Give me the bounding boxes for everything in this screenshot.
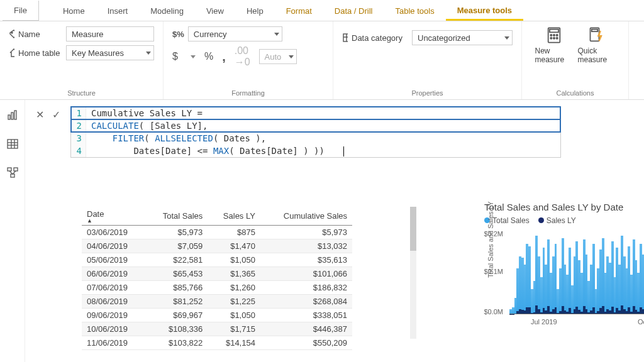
- decimals-icon[interactable]: .00→0: [235, 45, 250, 68]
- quick-measure-icon: [588, 26, 606, 44]
- main-area: ✕ ✓ 1Cumulative Sales LY = 2CALCULATE( […: [0, 100, 644, 362]
- name-label: Name: [18, 30, 62, 39]
- group-label-structure: Structure: [9, 87, 154, 98]
- table-row[interactable]: 08/06/2019$81,252$1,225$268,084: [82, 295, 352, 309]
- svg-point-10: [553, 38, 554, 39]
- chevron-down-icon: [146, 52, 151, 55]
- col-sales-ly[interactable]: Sales LY: [208, 207, 260, 226]
- table-visual[interactable]: Date▲ Total Sales Sales LY Cumulative Sa…: [82, 207, 352, 350]
- chart-plot: Total Sales and Sales LY $0.2M $0.1M $0.…: [506, 228, 644, 328]
- col-total-sales[interactable]: Total Sales: [145, 207, 208, 226]
- svg-point-7: [553, 35, 554, 36]
- home-table-label: Home table: [18, 48, 62, 58]
- tag-icon: [9, 29, 14, 39]
- table-row[interactable]: 11/06/2019$103,822$14,154$550,209: [82, 336, 352, 350]
- quick-measure-button[interactable]: Quick measure: [578, 26, 616, 64]
- top-menu: File Home Insert Modeling View Help Form…: [0, 0, 644, 21]
- calculator-icon: [545, 26, 563, 44]
- decimals-input[interactable]: Auto: [259, 49, 297, 64]
- ribbon-group-structure: Name Measure Home table Key Measures Str…: [0, 21, 164, 99]
- svg-point-11: [556, 38, 557, 39]
- chart-title: Total Sales and Sales LY by Date: [484, 202, 644, 212]
- svg-rect-13: [591, 30, 597, 32]
- home-table-select[interactable]: Key Measures: [66, 45, 154, 60]
- ribbon-group-formatting: $% Currency $ % , .00→0 Auto Formatting: [164, 21, 333, 99]
- chevron-down-icon: [289, 55, 294, 58]
- new-measure-button[interactable]: New measure: [535, 26, 573, 64]
- data-category-select[interactable]: Uncategorized: [412, 30, 513, 45]
- table-row[interactable]: 06/06/2019$65,453$1,365$101,066: [82, 267, 352, 281]
- ribbon-group-calculations: New measure Quick measure Calculations: [522, 21, 629, 99]
- ytick: $0.1M: [484, 268, 503, 275]
- currency-button[interactable]: $: [172, 51, 178, 62]
- svg-point-0: [11, 32, 13, 33]
- scrollbar-thumb[interactable]: [410, 207, 416, 251]
- tab-modeling[interactable]: Modeling: [139, 1, 195, 19]
- tab-format[interactable]: Format: [275, 1, 323, 19]
- group-label-calculations: Calculations: [531, 87, 619, 98]
- tab-file[interactable]: File: [3, 1, 39, 21]
- table-row[interactable]: 09/06/2019$69,967$1,050$338,051: [82, 309, 352, 322]
- svg-point-9: [550, 38, 552, 39]
- table-row[interactable]: 10/06/2019$108,336$1,715$446,387: [82, 322, 352, 336]
- chevron-down-icon: [274, 33, 279, 36]
- svg-line-25: [9, 171, 13, 174]
- legend-dot-ly: [538, 217, 544, 223]
- svg-rect-5: [550, 30, 558, 33]
- tab-view[interactable]: View: [195, 1, 235, 19]
- formula-bar: ✕ ✓ 1Cumulative Sales LY = 2CALCULATE( […: [25, 106, 644, 158]
- text-cursor-icon: [343, 146, 344, 156]
- xtick: Jul 2019: [531, 318, 557, 326]
- cancel-formula-button[interactable]: ✕: [31, 106, 48, 123]
- tab-table-tools[interactable]: Table tools: [384, 1, 445, 19]
- name-input[interactable]: Measure: [66, 26, 154, 41]
- group-label-properties: Properties: [342, 87, 513, 98]
- ribbon: Name Measure Home table Key Measures Str…: [0, 21, 644, 100]
- tab-insert[interactable]: Insert: [96, 1, 140, 19]
- col-date[interactable]: Date▲: [82, 207, 145, 226]
- chevron-down-icon[interactable]: [191, 55, 196, 58]
- tab-measure-tools[interactable]: Measure tools: [446, 1, 523, 21]
- sort-asc-icon: ▲: [87, 219, 140, 222]
- report-canvas: ✕ ✓ 1Cumulative Sales LY = 2CALCULATE( […: [25, 100, 644, 362]
- report-view-icon[interactable]: [6, 109, 19, 121]
- svg-point-8: [556, 35, 557, 36]
- table-row[interactable]: 04/06/2019$7,059$1,470$13,032: [82, 239, 352, 253]
- view-rail: [0, 100, 25, 362]
- svg-rect-24: [11, 174, 14, 177]
- formula-editor[interactable]: 1Cumulative Sales LY = 2CALCULATE( [Sale…: [70, 106, 561, 158]
- svg-rect-15: [11, 112, 13, 119]
- tab-help[interactable]: Help: [235, 1, 275, 19]
- svg-line-26: [13, 171, 16, 174]
- commit-formula-button[interactable]: ✓: [48, 106, 64, 123]
- y-axis-label: Total Sales and Sales LY: [487, 202, 494, 278]
- ribbon-group-properties: Data category Uncategorized Properties: [333, 21, 522, 99]
- tab-data-drill[interactable]: Data / Drill: [323, 1, 384, 19]
- ytick: $0.2M: [484, 230, 503, 238]
- svg-rect-23: [14, 168, 18, 171]
- category-icon: [342, 33, 348, 43]
- x-axis: [509, 314, 644, 314]
- data-view-icon[interactable]: [6, 138, 19, 150]
- chevron-down-icon: [504, 36, 509, 40]
- data-category-label: Data category: [352, 33, 408, 43]
- col-cumulative[interactable]: Cumulative Sales: [260, 207, 352, 226]
- table-row[interactable]: 07/06/2019$85,766$1,260$186,832: [82, 281, 352, 295]
- home-icon: [9, 48, 14, 58]
- svg-rect-14: [8, 115, 10, 119]
- model-view-icon[interactable]: [6, 167, 19, 179]
- scrollbar[interactable]: [410, 207, 416, 339]
- format-select[interactable]: Currency: [188, 26, 282, 41]
- chart-legend: Total Sales Sales LY: [484, 216, 644, 225]
- chart-visual[interactable]: Total Sales and Sales LY by Date Total S…: [484, 202, 644, 328]
- tab-home[interactable]: Home: [52, 1, 96, 19]
- table-row[interactable]: 03/06/2019$5,973$875$5,973: [82, 226, 352, 239]
- percent-button[interactable]: %: [204, 51, 213, 62]
- svg-rect-22: [8, 168, 11, 171]
- table-row[interactable]: 05/06/2019$22,581$1,050$35,613: [82, 253, 352, 267]
- svg-rect-17: [8, 140, 18, 148]
- comma-button[interactable]: ,: [222, 50, 226, 64]
- ytick: $0.0M: [484, 308, 503, 315]
- svg-rect-16: [14, 111, 16, 119]
- svg-rect-1: [343, 34, 348, 41]
